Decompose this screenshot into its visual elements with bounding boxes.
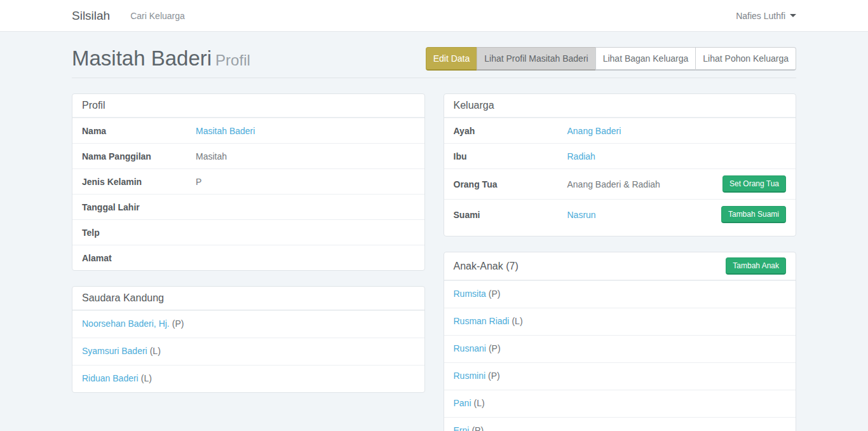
- field-label: Ayah: [454, 126, 567, 136]
- gender-label: (P): [489, 343, 501, 353]
- person-link[interactable]: Rumsita: [454, 289, 486, 299]
- field-label: Jenis Kelamin: [82, 177, 196, 187]
- header-divider: [72, 78, 796, 78]
- gender-label: (P): [172, 318, 184, 329]
- lihat-bagan-button[interactable]: Lihat Bagan Keluarga: [595, 47, 696, 71]
- page-subtitle: Profil: [215, 51, 250, 69]
- list-item: Rusnani(P): [444, 335, 796, 362]
- tambah-anak-button[interactable]: Tambah Anak: [726, 257, 786, 275]
- gender-label: (P): [489, 289, 501, 299]
- saudara-kandung-panel: Saudara Kandung Noorsehan Baderi, Hj.(P)…: [72, 286, 425, 393]
- person-link[interactable]: Riduan Baderi: [82, 373, 139, 383]
- saudara-panel-title: Saudara Kandung: [82, 292, 164, 304]
- person-link[interactable]: Rusnani: [454, 343, 486, 353]
- person-name: Masitah Baderi: [72, 46, 212, 70]
- page-head: Masitah BaderiProfil Edit Data Lihat Pro…: [72, 32, 796, 71]
- navbar: Silsilah Cari Keluarga Nafies Luthfi: [0, 0, 868, 32]
- person-link[interactable]: Erni: [454, 425, 470, 431]
- edit-data-button[interactable]: Edit Data: [426, 47, 478, 71]
- user-name: Nafies Luthfi: [736, 11, 785, 21]
- action-button-group: Edit Data Lihat Profil Masitah Baderi Li…: [426, 47, 796, 71]
- tambah-suami-button[interactable]: Tambah Suami: [721, 206, 786, 223]
- person-link[interactable]: Nasrun: [567, 210, 596, 220]
- caret-down-icon: [790, 14, 796, 17]
- gender-label: (L): [474, 398, 485, 408]
- profile-row-panggilan: Nama Panggilan Masitah: [72, 143, 424, 168]
- field-label: Orang Tua: [454, 179, 567, 189]
- field-label: Tanggal Lahir: [82, 202, 196, 212]
- family-row-ibu: Ibu Radiah: [444, 143, 796, 168]
- field-label: Suami: [454, 210, 567, 220]
- profile-row-tanggal-lahir: Tanggal Lahir: [72, 194, 424, 219]
- field-value: P: [196, 177, 415, 187]
- field-label: Nama: [82, 126, 196, 136]
- list-item: Riduan Baderi(L): [72, 365, 424, 392]
- profil-panel-title: Profil: [82, 100, 105, 111]
- person-link[interactable]: Rusmini: [454, 371, 486, 381]
- person-link[interactable]: Masitah Baderi: [196, 126, 255, 136]
- lihat-pohon-button[interactable]: Lihat Pohon Keluarga: [695, 47, 796, 71]
- anak-anak-panel: Anak-Anak (7) Tambah Anak Rumsita(P) Rus…: [444, 252, 797, 431]
- list-item: Pani(L): [444, 390, 796, 417]
- family-row-orang-tua: Orang Tua Anang Baderi & Radiah Set Oran…: [444, 168, 796, 199]
- anak-panel-title: Anak-Anak (7): [454, 261, 519, 272]
- list-item: Rusmini(P): [444, 362, 796, 390]
- field-value: Masitah: [196, 151, 415, 161]
- gender-label: (L): [150, 346, 161, 356]
- page-title: Masitah BaderiProfil: [72, 46, 250, 71]
- user-dropdown-toggle[interactable]: Nafies Luthfi: [736, 11, 796, 21]
- list-item: Rusman Riadi(L): [444, 308, 796, 335]
- nav-item-cari-keluarga[interactable]: Cari Keluarga: [130, 11, 185, 21]
- gender-label: (P): [471, 425, 484, 431]
- field-label: Telp: [82, 228, 196, 238]
- left-column: Profil Nama Masitah Baderi Nama Panggila…: [72, 93, 425, 393]
- keluarga-panel-title: Keluarga: [454, 100, 494, 111]
- field-value: Anang Baderi & Radiah: [567, 179, 722, 189]
- keluarga-panel: Keluarga Ayah Anang Baderi Ibu Radiah Or…: [444, 93, 797, 236]
- profile-row-nama: Nama Masitah Baderi: [72, 118, 424, 143]
- list-item: Erni(P): [444, 417, 796, 431]
- field-label: Alamat: [82, 253, 196, 263]
- profile-row-telp: Telp: [72, 219, 424, 245]
- person-link[interactable]: Rusman Riadi: [454, 316, 510, 326]
- profile-row-alamat: Alamat: [72, 245, 424, 270]
- person-link[interactable]: Syamsuri Baderi: [82, 346, 147, 356]
- brand-link[interactable]: Silsilah: [72, 9, 110, 23]
- gender-label: (L): [512, 316, 522, 326]
- field-label: Nama Panggilan: [82, 151, 196, 161]
- family-row-ayah: Ayah Anang Baderi: [444, 118, 796, 143]
- list-item: Noorsehan Baderi, Hj.(P): [72, 310, 424, 338]
- list-item: Rumsita(P): [444, 280, 796, 308]
- profil-panel: Profil Nama Masitah Baderi Nama Panggila…: [72, 93, 425, 271]
- gender-label: (L): [141, 373, 152, 383]
- person-link[interactable]: Pani: [454, 398, 471, 408]
- field-label: Ibu: [454, 151, 567, 161]
- profile-row-jenis-kelamin: Jenis Kelamin P: [72, 168, 424, 194]
- lihat-profil-button[interactable]: Lihat Profil Masitah Baderi: [477, 47, 595, 71]
- list-item: Syamsuri Baderi(L): [72, 338, 424, 365]
- person-link[interactable]: Anang Baderi: [567, 126, 621, 136]
- person-link[interactable]: Radiah: [567, 151, 595, 161]
- gender-label: (P): [488, 371, 500, 381]
- set-orang-tua-button[interactable]: Set Orang Tua: [722, 175, 786, 193]
- family-row-suami: Suami Nasrun Tambah Suami: [444, 199, 796, 229]
- right-column: Keluarga Ayah Anang Baderi Ibu Radiah Or…: [444, 93, 797, 431]
- person-link[interactable]: Noorsehan Baderi, Hj.: [82, 318, 170, 329]
